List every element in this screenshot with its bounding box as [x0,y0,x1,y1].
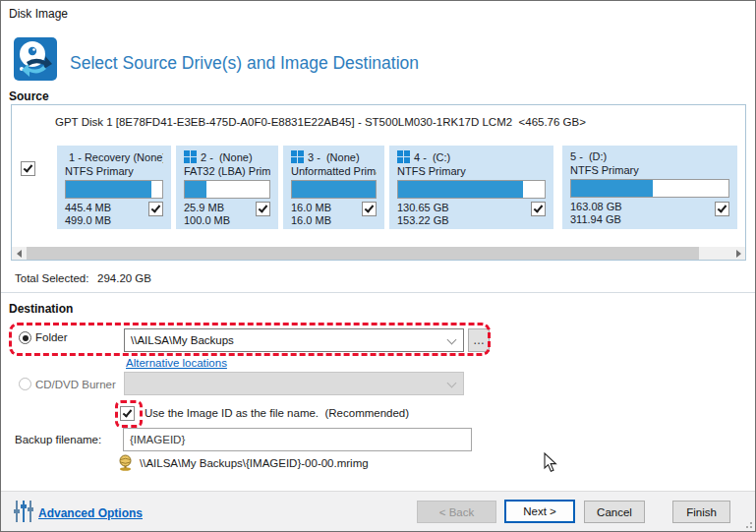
partition-sizes: 130.65 GB153.22 GB [397,202,546,227]
wizard-step-title: Select Source Drive(s) and Image Destina… [70,53,419,74]
partition-checkbox[interactable] [362,202,377,216]
windows-logo-icon [397,150,410,163]
next-button[interactable]: Next > [504,500,575,523]
image-id-checkbox[interactable] [120,406,135,421]
partition-fs-label: NTFS Primary [397,165,546,177]
chevron-down-icon[interactable] [447,335,457,345]
partition-usage-bar [65,180,163,199]
partition-title: 3 - (None) [308,151,360,163]
preview-path-label: \\AILSA\My Backups\{IMAGEID}-00-00.mrimg [140,457,369,469]
partition-usage-bar [184,180,270,199]
disk-select-checkbox[interactable] [21,161,35,176]
partition-title: 1 - Recovery (None) [69,151,163,163]
destination-section-label: Destination [9,302,73,316]
advanced-options-link[interactable]: Advanced Options [38,506,143,520]
page-title: Disk Image [9,7,68,21]
check-icon [259,203,268,212]
partition-fs-label: Unformatted Primary [291,165,377,177]
partition-title: 4 - (C:) [414,151,450,163]
folder-radio-label: Folder [35,331,68,343]
total-selected-value: 294.20 GB [97,272,151,284]
network-location-icon [117,454,134,471]
partition-usage-fill [185,181,206,198]
partition-usage-bar [291,180,377,199]
backup-filename-input[interactable] [123,428,472,451]
partition-usage-fill [398,181,523,198]
partition-checkbox[interactable] [715,202,729,216]
partition-box-2[interactable]: 2 - (None) FAT32 (LBA) Primary 25.9 MB10… [176,146,278,229]
windows-logo-icon [184,150,197,163]
backup-filename-label: Backup filename: [15,434,101,445]
check-icon [718,203,727,212]
cd-dvd-combobox [124,372,464,395]
windows-logo-icon [291,150,304,163]
chevron-down-icon [447,379,457,388]
partition-fs-label: NTFS Primary [570,164,729,176]
partition-box-3[interactable]: 3 - (None) Unformatted Primary 16.0 MB16… [283,146,384,229]
radio-dot [23,335,29,341]
folder-radio[interactable] [19,331,31,344]
partition-box-5[interactable]: 5 - (D:) NTFS Primary 163.08 GB311.94 GB [562,146,737,229]
disk-image-icon [13,36,58,82]
finish-button[interactable]: Finish [672,501,730,523]
folder-path-value: \\AILSA\My Backups [131,334,234,346]
partition-usage-bar [397,180,546,199]
dialog-disk-image: Disk Image Select Source Drive(s) and Im… [0,0,756,532]
scroll-left-icon [17,250,22,258]
cd-dvd-radio-label: CD/DVD Burner [35,379,116,390]
scroll-left-button[interactable] [12,247,26,260]
partition-fs-label: NTFS Primary [65,165,163,177]
partition-checkbox[interactable] [148,202,163,216]
check-icon [365,203,375,212]
check-icon [24,162,33,172]
partition-box-4[interactable]: 4 - (C:) NTFS Primary 130.65 GB153.22 GB [389,146,553,229]
back-button[interactable]: < Back [417,501,496,523]
check-icon [123,407,133,417]
check-icon [534,203,544,212]
image-id-checkbox-label: Use the Image ID as the file name. (Reco… [145,407,409,419]
resize-grip[interactable] [742,518,752,528]
partition-title: 2 - (None) [201,151,253,163]
partition-checkbox[interactable] [256,202,270,216]
scroll-right-icon [736,250,741,258]
check-icon [151,203,161,212]
partition-usage-fill [66,181,151,198]
cd-dvd-radio[interactable] [19,378,31,390]
browse-button[interactable]: … [468,328,490,352]
disk-header-label: GPT Disk 1 [8E78FD41-E3EB-475D-A0F0-E883… [55,116,586,128]
partition-usage-bar [570,179,729,198]
cancel-button[interactable]: Cancel [584,501,645,523]
scroll-right-button[interactable] [731,247,745,260]
scrollbar-thumb[interactable] [27,247,699,260]
folder-path-combobox[interactable]: \\AILSA\My Backups [124,328,464,352]
cursor-icon [544,452,557,473]
partition-title: 5 - (D:) [570,150,607,162]
partition-box-1[interactable]: 1 - Recovery (None) NTFS Primary 445.4 M… [57,146,171,229]
partition-checkbox[interactable] [531,202,546,216]
partition-usage-fill [292,181,376,198]
section-divider [1,292,756,293]
total-selected-label: Total Selected: [15,272,88,284]
partition-fs-label: FAT32 (LBA) Primary [184,165,270,177]
partition-usage-fill [571,180,653,197]
partition-sizes: 163.08 GB311.94 GB [570,201,729,226]
advanced-options-icon [13,500,34,523]
alternative-locations-link[interactable]: Alternative locations [126,357,227,369]
horizontal-scrollbar[interactable] [12,247,745,260]
source-section-label: Source [9,89,49,103]
